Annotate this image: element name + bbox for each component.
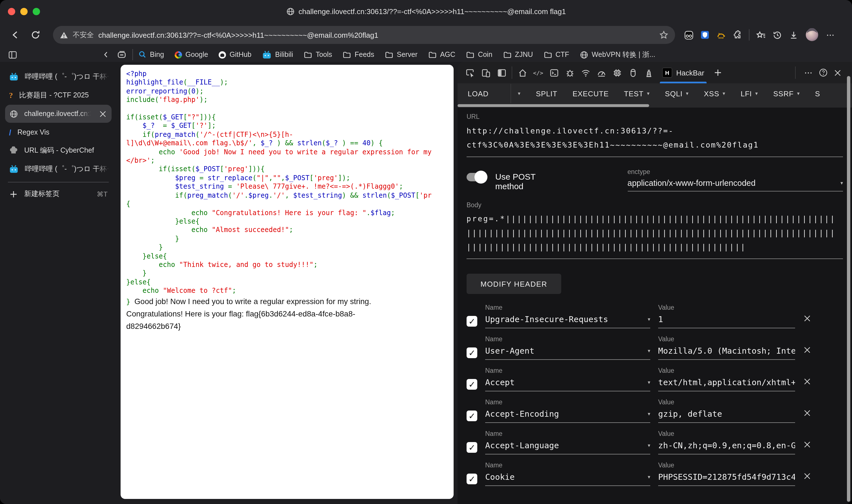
address-url[interactable]: challenge.ilovectf.cn:30613/??=-ctf<%0A>… bbox=[98, 31, 655, 39]
menu-ssrf[interactable]: SSRF▾ bbox=[773, 89, 800, 98]
remove-header-icon[interactable] bbox=[803, 409, 812, 423]
header-value-input[interactable]: text/html,application/xhtml+xm bbox=[658, 374, 795, 391]
modify-header-button[interactable]: MODIFY HEADER bbox=[467, 274, 561, 294]
new-tab-button[interactable]: 新建标签页 ⌘T bbox=[0, 185, 117, 203]
use-post-toggle[interactable] bbox=[467, 173, 486, 181]
devtools-close-icon[interactable] bbox=[833, 68, 842, 77]
header-name-select[interactable]: User-Agent▾ bbox=[485, 342, 650, 360]
add-tab-button[interactable] bbox=[710, 65, 726, 80]
menu-execute[interactable]: EXECUTE bbox=[573, 89, 609, 98]
security-label[interactable]: 不安全 bbox=[73, 30, 94, 40]
header-value-input[interactable]: Mozilla/5.0 (Macintosh; Intel bbox=[658, 342, 795, 360]
header-value-input[interactable]: 1 bbox=[658, 311, 795, 328]
url-field-input[interactable]: http://challenge.ilovectf.cn:30613/??=-c… bbox=[467, 124, 841, 152]
toggle-sidebar-icon[interactable] bbox=[8, 50, 17, 59]
back-button[interactable] bbox=[7, 26, 24, 43]
bookmark-item[interactable]: Coin bbox=[466, 50, 492, 59]
vertical-scrollbar[interactable] bbox=[847, 76, 850, 502]
memory-tool-button[interactable] bbox=[609, 65, 625, 80]
header-enabled-checkbox[interactable]: ✓ bbox=[467, 473, 477, 484]
menu-xss[interactable]: XSS▾ bbox=[704, 89, 725, 98]
lighthouse-tool-button[interactable] bbox=[641, 65, 657, 80]
devtools-more-options-icon[interactable] bbox=[803, 68, 813, 77]
bookmark-item[interactable]: GitHub bbox=[219, 51, 251, 58]
bookmark-item[interactable]: WebVPN 转换 | 浙... bbox=[580, 50, 655, 59]
bookmark-item[interactable]: Server bbox=[385, 50, 418, 59]
header-name-select[interactable]: Cookie▾ bbox=[485, 469, 650, 486]
chevron-down-icon[interactable]: ▾ bbox=[518, 91, 521, 96]
profile-avatar[interactable] bbox=[805, 28, 819, 42]
device-emulation-tool-button[interactable] bbox=[478, 65, 493, 80]
header-enabled-checkbox[interactable]: ✓ bbox=[467, 316, 477, 327]
proxy-extension-icon[interactable] bbox=[684, 30, 694, 40]
menu-sqli[interactable]: SQLI▾ bbox=[665, 89, 689, 98]
enctype-select[interactable]: application/x-www-form-urlencoded ▾ bbox=[627, 179, 843, 187]
storage-tool-button[interactable] bbox=[625, 65, 641, 80]
bookmark-item[interactable]: Tools bbox=[304, 50, 332, 59]
chevron-down-icon: ▾ bbox=[648, 317, 650, 322]
sidebar-tab[interactable]: 哔哩哔哩 (゜-゜)つロ 干杯~ bbox=[0, 68, 117, 86]
horizontal-scrollbar[interactable] bbox=[457, 104, 852, 108]
menu-test[interactable]: TEST▾ bbox=[624, 89, 650, 98]
bookmark-item[interactable]: Feeds bbox=[343, 50, 375, 59]
menu-lfi[interactable]: LFI▾ bbox=[741, 89, 758, 98]
sidebar-tab[interactable]: URL 编码 - CyberChef bbox=[0, 141, 117, 160]
bookmark-item[interactable]: Bing bbox=[139, 51, 164, 58]
remove-header-icon[interactable] bbox=[803, 314, 812, 328]
bitwarden-extension-icon[interactable] bbox=[700, 31, 710, 39]
header-name-select[interactable]: Upgrade-Insecure-Requests▾ bbox=[485, 311, 650, 328]
header-enabled-checkbox[interactable]: ✓ bbox=[467, 347, 477, 358]
bookmark-item[interactable]: CTF bbox=[543, 50, 569, 59]
network-tool-button[interactable] bbox=[578, 65, 593, 80]
debugger-tool-button[interactable] bbox=[562, 65, 578, 80]
console-tool-button[interactable] bbox=[546, 65, 562, 80]
header-name-select[interactable]: Accept▾ bbox=[485, 374, 650, 391]
menu-s[interactable]: S bbox=[815, 89, 820, 98]
close-tab-icon[interactable] bbox=[99, 110, 107, 118]
dock-side-tool-button[interactable] bbox=[493, 65, 509, 80]
downloads-icon[interactable] bbox=[789, 30, 798, 40]
header-enabled-checkbox[interactable]: ✓ bbox=[467, 411, 477, 421]
remove-header-icon[interactable] bbox=[803, 440, 812, 454]
remove-header-icon[interactable] bbox=[803, 377, 812, 391]
reload-button[interactable] bbox=[27, 26, 44, 43]
favorites-icon[interactable] bbox=[756, 30, 766, 40]
bookmark-item[interactable]: ZJNU bbox=[503, 50, 533, 59]
header-value-input[interactable]: PHPSESSID=212875fd54f9d713c48a bbox=[658, 469, 795, 486]
tampermonkey-extension-icon[interactable] bbox=[716, 30, 726, 40]
collapse-sidebar-icon[interactable] bbox=[102, 51, 110, 58]
performance-tool-button[interactable] bbox=[593, 65, 609, 80]
menu-load[interactable]: LOAD bbox=[468, 89, 489, 98]
sidebar-tab-active[interactable]: challenge.ilovectf.cn:30613 bbox=[5, 105, 111, 123]
header-enabled-checkbox[interactable]: ✓ bbox=[467, 379, 477, 390]
header-enabled-checkbox[interactable]: ✓ bbox=[467, 442, 477, 453]
history-icon[interactable] bbox=[772, 30, 782, 40]
header-name-select[interactable]: Accept-Language▾ bbox=[485, 437, 650, 454]
zoom-window-button[interactable] bbox=[33, 8, 40, 15]
sidebar-tab[interactable]: 哔哩哔哩 (゜-゜)つロ 干杯~ bbox=[0, 160, 117, 179]
header-value-input[interactable]: gzip, deflate bbox=[658, 406, 795, 423]
home-tool-button[interactable] bbox=[515, 65, 530, 80]
bookmark-item[interactable]: Google bbox=[175, 51, 208, 58]
extensions-puzzle-icon[interactable] bbox=[732, 30, 742, 40]
bookmark-star-icon[interactable] bbox=[659, 31, 668, 39]
tab-hackbar[interactable]: H HackBar bbox=[657, 62, 710, 83]
inspect-tool-button[interactable] bbox=[462, 65, 478, 80]
devtools-help-icon[interactable] bbox=[819, 68, 828, 77]
header-value-input[interactable]: zh-CN,zh;q=0.9,en;q=0.8,en-GB bbox=[658, 437, 795, 454]
sidebar-tab[interactable]: /Regex Vis bbox=[0, 123, 117, 141]
sidebar-tab[interactable]: ?比赛题目 - ?CTF 2025 bbox=[0, 86, 117, 105]
more-menu-icon[interactable] bbox=[825, 30, 835, 40]
address-bar[interactable]: 不安全 challenge.ilovectf.cn:30613/??=-ctf<… bbox=[53, 26, 675, 44]
close-window-button[interactable] bbox=[8, 8, 15, 15]
bookmark-item[interactable]: AGC bbox=[428, 50, 455, 59]
menu-split[interactable]: SPLIT bbox=[536, 89, 557, 98]
bookmark-item[interactable]: Bilibili bbox=[262, 50, 293, 59]
minimize-window-button[interactable] bbox=[20, 8, 28, 15]
body-field-input[interactable]: preg=.*|||||||||||||||||||||||||||||||||… bbox=[467, 212, 841, 254]
sources-tool-button[interactable]: </> bbox=[530, 65, 546, 80]
tab-deck-icon[interactable] bbox=[117, 50, 127, 60]
header-name-select[interactable]: Accept-Encoding▾ bbox=[485, 406, 650, 423]
remove-header-icon[interactable] bbox=[803, 346, 812, 360]
remove-header-icon[interactable] bbox=[803, 472, 812, 486]
